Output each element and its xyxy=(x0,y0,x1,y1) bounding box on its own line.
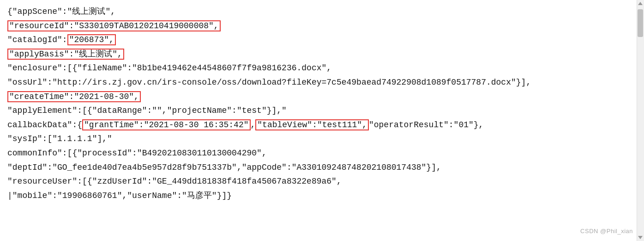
scrollbar-arrow-bottom[interactable] xyxy=(638,236,643,239)
json-line-7: "createTime":"2021-08-30", xyxy=(7,90,637,104)
highlight-table-view: "tableView":"test111", xyxy=(255,119,369,130)
json-line-8: "applyElement":[{"dataRange":"","project… xyxy=(7,104,637,118)
json-line-3: "catalogId":"206873", xyxy=(7,33,637,47)
json-line-4: "applyBasis":"线上测试", xyxy=(7,47,637,62)
json-line-13: "resourceUser":[{"zzdUserId":"GE_449dd18… xyxy=(7,174,637,189)
highlight-create-time: "createTime":"2021-08-30", xyxy=(7,91,141,102)
scrollbar-thumb[interactable] xyxy=(638,9,643,37)
json-line-1: {"appScene":"线上测试", xyxy=(7,5,637,19)
json-line-10: "sysIp":["1.1.1.1"]," xyxy=(7,132,637,146)
json-content-area: {"appScene":"线上测试", "resourceId":"S33010… xyxy=(0,0,644,207)
json-line-11: commonInfo":[{"processId":"B492021083011… xyxy=(7,146,637,161)
highlight-resource-id: "resourceId":"S330109TAB0120210419000008… xyxy=(7,20,221,31)
highlight-catalog-id: "206873", xyxy=(67,34,116,45)
json-line-2: "resourceId":"S330109TAB0120210419000008… xyxy=(7,19,637,33)
scrollbar-arrow-top[interactable] xyxy=(638,2,643,5)
highlight-grant-time: "grantTime":"2021-08-30 16:35:42" xyxy=(82,119,250,130)
json-line-5: "enclosure":[{"fileName":"8b1be419462e44… xyxy=(7,61,637,75)
scrollbar[interactable] xyxy=(637,0,644,241)
json-line-12: "deptId":"GO_fee1de40d7ea4b5e957d28f9b75… xyxy=(7,161,637,175)
json-line-14: |"mobile":"19906860761","userName":"马彦平"… xyxy=(7,189,637,203)
watermark: CSDN @Phil_xian xyxy=(580,228,633,235)
highlight-apply-basis: "applyBasis":"线上测试", xyxy=(7,49,124,60)
json-line-6: "ossUrl":"http://irs.zj.gov.cn/irs-conso… xyxy=(7,75,637,90)
json-line-9: callbackData":{"grantTime":"2021-08-30 1… xyxy=(7,118,637,132)
